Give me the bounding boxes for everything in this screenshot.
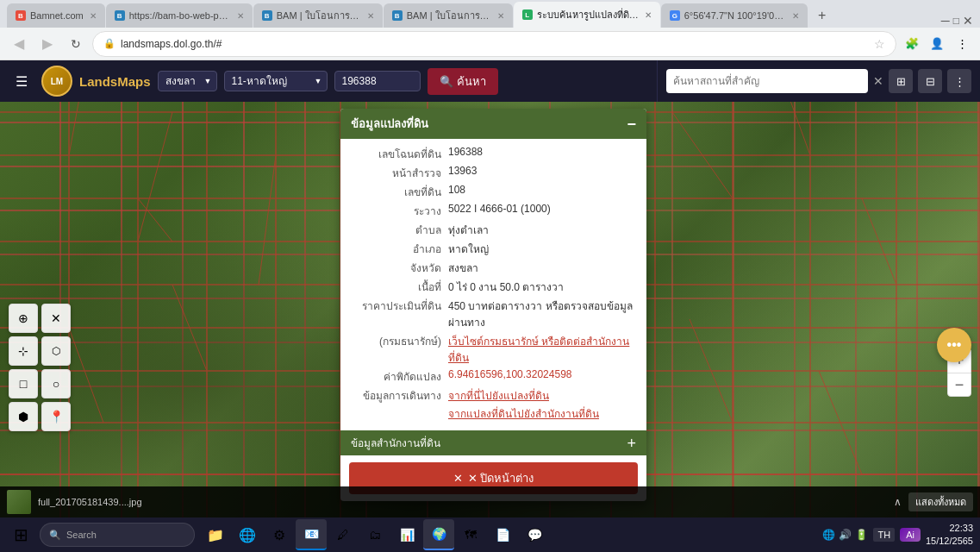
map-tool-move[interactable]: ⊕	[9, 304, 38, 333]
landmark-search-input[interactable]	[666, 69, 868, 93]
battery-icon[interactable]: 🔋	[855, 529, 868, 541]
menu-btn[interactable]: ⋮	[951, 33, 973, 55]
taskbar-app-acrobat[interactable]: 📄	[487, 519, 518, 550]
logo: LM	[41, 66, 72, 97]
tab-label-landsmaps: ระบบค้นหารูปแปลงที่ดิน (Land...	[537, 7, 639, 22]
taskbar-app-mail[interactable]: 📧	[296, 519, 327, 550]
tab-close-landsmaps[interactable]: ✕	[645, 10, 652, 20]
more-dots-icon: •••	[947, 337, 962, 353]
district-select-wrapper[interactable]: 11-หาดใหญ่ ▼	[224, 71, 328, 91]
tab-bam1[interactable]: B https://bam-bo-web-prd.b... ✕	[106, 3, 253, 28]
travel-link1[interactable]: จากที่นี่ไปยังแปลงที่ดิน	[448, 387, 549, 404]
field-value-survey: 13963	[448, 165, 477, 181]
hamburger-btn[interactable]: ☰	[9, 68, 34, 94]
tab-favicon-landsmaps: L	[522, 9, 533, 20]
taskbar-app-folder[interactable]: 🗂	[359, 519, 390, 550]
volume-icon[interactable]: 🔊	[839, 529, 852, 541]
field-label-travel: ข้อมูลการเดินทาง	[349, 387, 448, 404]
map-tool-hex[interactable]: ⬢	[9, 402, 38, 431]
tab-close-bamnet[interactable]: ✕	[90, 11, 97, 21]
province-select[interactable]: สงขลา	[158, 71, 217, 91]
panel-close-btn[interactable]: −	[627, 116, 636, 132]
map-options-btn[interactable]: ⋮	[947, 69, 971, 93]
map-grid-btn[interactable]: ⊞	[889, 69, 913, 93]
field-value-neuti: 0 ไร่ 0 งาน 50.0 ตารางวา	[448, 279, 564, 295]
photo-chevron-icon[interactable]: ∧	[894, 496, 902, 508]
taskbar-clock[interactable]: 22:33 15/12/2565	[926, 522, 973, 549]
province-select-wrapper[interactable]: สงขลา ▼	[158, 71, 217, 91]
map-tool-polygon[interactable]: ⬡	[41, 336, 71, 366]
tab-close-bam1[interactable]: ✕	[237, 11, 244, 21]
tab-bam3[interactable]: B BAM | ใบโอนการค้นหาทรัพย์สิน... ✕	[384, 3, 513, 28]
field-value-price: 450 บาทต่อตารางวา หรือตรวจสอบข้อมูลผ่านท…	[448, 298, 638, 330]
taskbar-lang-indicator[interactable]: TH	[873, 528, 895, 542]
travel-link2[interactable]: จากแปลงที่ดินไปยังสำนักงานที่ดิน	[448, 405, 599, 422]
section2-expand-btn[interactable]: +	[627, 436, 636, 451]
taskbar-app-browser[interactable]: 🌐	[232, 519, 263, 550]
back-btn[interactable]: ◀	[7, 32, 31, 56]
field-row-changwat: จังหวัด สงขลา	[349, 260, 638, 276]
field-row-survey: หน้าสำรวจ 13963	[349, 165, 638, 181]
taskbar-app-file-explorer[interactable]: 📁	[200, 519, 231, 550]
star-icon[interactable]: ☆	[874, 37, 885, 51]
start-btn[interactable]: ⊞	[3, 519, 38, 550]
zoom-out-btn[interactable]: −	[947, 373, 971, 397]
taskbar-app-pen[interactable]: 🖊	[328, 519, 359, 550]
tab-close-bam2[interactable]: ✕	[367, 11, 374, 21]
map-tool-rect[interactable]: □	[9, 369, 38, 398]
field-value-coords[interactable]: 6.94616596,100.32024598	[448, 368, 571, 385]
tab-bamnet[interactable]: B Bamnet.com ✕	[7, 3, 105, 28]
map-tool-crosshair[interactable]: ⊹	[9, 336, 38, 366]
tab-landsmaps[interactable]: L ระบบค้นหารูปแปลงที่ดิน (Land... ✕	[514, 2, 660, 28]
search-close-icon[interactable]: ✕	[873, 74, 883, 88]
app-area: ☰ LM LandsMaps สงขลา ▼ 11-หาดใหญ่ ▼ 🔍 ค้…	[0, 60, 980, 518]
tab-google[interactable]: G 6°56'47.7"N 100°19'07.7"E... ✕	[661, 3, 808, 28]
photo-bar: full_201705181439....jpg ∧ แสดงทั้งหมด	[0, 486, 980, 518]
tab-close-bam3[interactable]: ✕	[497, 11, 504, 21]
more-options-btn[interactable]: •••	[937, 328, 971, 362]
address-text: landsmaps.dol.go.th/#	[121, 38, 869, 50]
search-btn[interactable]: 🔍 ค้นหา	[428, 68, 498, 95]
forward-btn[interactable]: ▶	[35, 32, 59, 56]
tab-bar-controls: ─ □ ✕	[941, 14, 980, 28]
taskbar-app-settings[interactable]: ⚙	[264, 519, 295, 550]
map-tool-pin[interactable]: 📍	[41, 402, 71, 431]
tab-label-bam2: BAM | ใบโอนการค้นหาทรัพย์สิน...	[277, 8, 361, 23]
taskbar-app-maps[interactable]: 🗺	[455, 519, 486, 550]
taskbar-time: 22:33	[926, 522, 973, 535]
profile-btn[interactable]: 👤	[926, 33, 948, 55]
search-input[interactable]	[334, 71, 421, 91]
map-tool-close[interactable]: ✕	[41, 304, 71, 333]
tab-close-google[interactable]: ✕	[792, 11, 799, 21]
field-value-landno: 108	[448, 184, 465, 200]
field-label-survey: หน้าสำรวจ	[349, 165, 448, 181]
taskbar-search-icon: 🔍	[49, 530, 61, 541]
treasury-link[interactable]: เว็บไซต์กรมธนารักษ์ หรือติดต่อสำนักงานที…	[448, 333, 638, 366]
extensions-btn[interactable]: 🧩	[901, 33, 923, 55]
taskbar-app-chrome[interactable]: 🌍	[423, 519, 454, 550]
taskbar-app-teams[interactable]: 💬	[519, 519, 550, 550]
field-row-amphoe: อำเภอ หาดใหญ่	[349, 241, 638, 257]
close-panel-label: ✕ ปิดหน้าต่าง	[468, 469, 534, 487]
logo-text: LM	[51, 77, 63, 86]
map-layers-btn[interactable]: ⊟	[918, 69, 942, 93]
taskbar-date: 15/12/2565	[926, 535, 973, 548]
map-tool-circle[interactable]: ○	[41, 369, 71, 398]
taskbar-search-box[interactable]: 🔍 Search	[40, 523, 195, 547]
field-label-tambon: ตำบล	[349, 222, 448, 238]
tab-bam2[interactable]: B BAM | ใบโอนการค้นหาทรัพย์สิน... ✕	[253, 3, 383, 28]
tool-row-1: ⊕ ✕	[9, 304, 71, 333]
network-icon[interactable]: 🌐	[822, 529, 835, 541]
district-select[interactable]: 11-หาดใหญ่	[224, 71, 328, 91]
ai-btn[interactable]: Ai	[900, 528, 921, 542]
minimize-icon[interactable]: ─	[941, 14, 950, 28]
window-close-icon[interactable]: ✕	[963, 14, 973, 28]
taskbar-app-excel[interactable]: 📊	[391, 519, 422, 550]
maximize-icon[interactable]: □	[953, 15, 959, 27]
show-more-btn[interactable]: แสดงทั้งหมด	[908, 492, 973, 511]
address-bar-wrapper[interactable]: 🔒 landsmaps.dol.go.th/# ☆	[92, 31, 896, 57]
tab-label-bam1: https://bam-bo-web-prd.b...	[129, 10, 231, 21]
new-tab-btn[interactable]: +	[810, 3, 834, 28]
logo-inner: LM	[43, 67, 71, 95]
refresh-btn[interactable]: ↻	[64, 32, 88, 56]
